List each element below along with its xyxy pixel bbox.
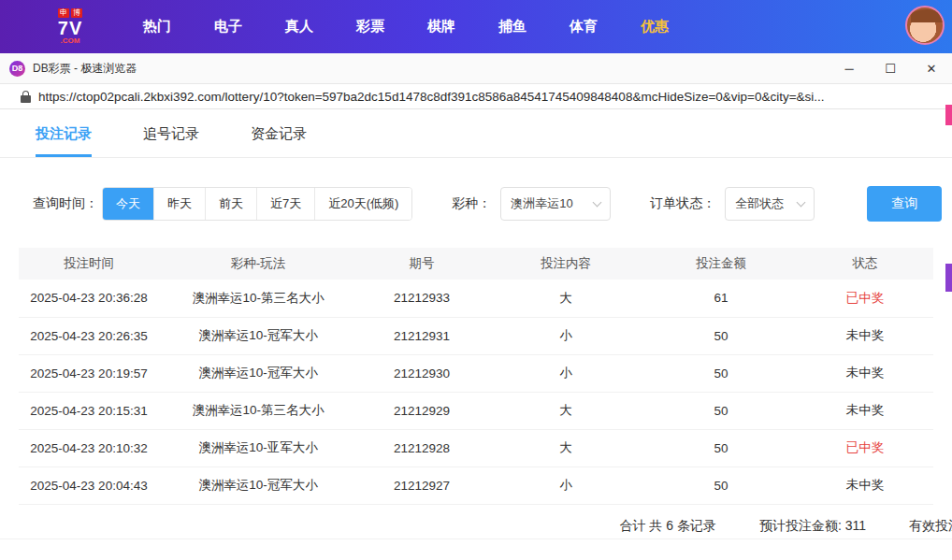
table-header-row: 投注时间 彩种-玩法 期号 投注内容 投注金额 状态 [19, 248, 933, 280]
header-bet-time: 投注时间 [19, 248, 159, 280]
time-filter-group: 今天 昨天 前天 近7天 近20天(低频) [102, 187, 412, 221]
time-option-daybefore[interactable]: 前天 [206, 188, 257, 220]
game-play-cell: 澳洲幸运10-第三名大小 [159, 392, 357, 429]
nav-item-lottery[interactable]: 彩票 [335, 8, 406, 45]
bet-amount-cell: 50 [645, 392, 797, 429]
status-cell: 未中奖 [797, 392, 933, 429]
table-row: 2025-04-23 20:26:35 澳洲幸运10-冠军大小 21212931… [19, 317, 933, 354]
game-play-cell: 澳洲幸运10-第三名大小 [159, 280, 357, 317]
game-play-cell: 澳洲幸运10-亚军大小 [159, 429, 357, 467]
table-row: 2025-04-23 20:04:43 澳洲幸运10-冠军大小 21212927… [19, 467, 933, 504]
query-button[interactable]: 查询 [867, 186, 942, 222]
table-row: 2025-04-23 20:10:32 澳洲幸运10-亚军大小 21212928… [19, 429, 933, 467]
nav-item-sports[interactable]: 体育 [548, 8, 619, 45]
status-cell: 已中奖 [797, 429, 933, 467]
summary-bar: 合计 共 6 条记录 预计投注金额: 311 有效投注金额 [0, 518, 952, 535]
bet-content-cell: 大 [486, 280, 645, 317]
lottery-select-value: 澳洲幸运10 [511, 195, 572, 212]
bet-time-cell: 2025-04-23 20:36:28 [19, 280, 159, 317]
nav-item-promo[interactable]: 优惠 [619, 8, 690, 45]
issue-cell: 21212931 [357, 317, 486, 354]
header-bet-content: 投注内容 [486, 248, 645, 280]
header-game-play: 彩种-玩法 [159, 248, 357, 280]
site-nav-items: 热门 电子 真人 彩票 棋牌 捕鱼 体育 优惠 [122, 8, 690, 45]
issue-cell: 21212933 [357, 280, 486, 317]
summary-expected-amount: 预计投注金额: 311 [759, 518, 866, 535]
issue-cell: 21212928 [357, 429, 486, 467]
bet-content-cell: 大 [486, 392, 645, 429]
site-top-nav: 申 博 7V .COM 热门 电子 真人 彩票 棋牌 捕鱼 体育 优惠 [0, 0, 952, 53]
chevron-down-icon [797, 198, 806, 208]
table-row: 2025-04-23 20:15:31 澳洲幸运10-第三名大小 2121292… [19, 392, 933, 429]
lottery-select[interactable]: 澳洲幸运10 [500, 187, 611, 221]
bet-content-cell: 大 [486, 429, 645, 467]
logo-brand: 7V [49, 19, 92, 37]
nav-item-slots[interactable]: 电子 [193, 8, 264, 45]
record-tabs: 投注记录 追号记录 资金记录 [0, 109, 952, 158]
status-cell: 未中奖 [797, 317, 933, 354]
lock-icon [21, 91, 31, 103]
status-cell: 已中奖 [797, 280, 933, 317]
issue-cell: 21212930 [357, 354, 486, 392]
user-avatar[interactable] [905, 6, 945, 45]
close-button[interactable]: ✕ [911, 53, 952, 84]
bet-content-cell: 小 [486, 317, 645, 354]
game-play-cell: 澳洲幸运10-冠军大小 [159, 317, 357, 354]
tab-fund-records[interactable]: 资金记录 [251, 109, 307, 157]
logo-tag-bo: 博 [71, 8, 82, 18]
status-filter-label: 订单状态： [650, 195, 715, 212]
bet-amount-cell: 50 [645, 467, 797, 504]
time-option-today[interactable]: 今天 [103, 188, 154, 220]
nav-item-cards[interactable]: 棋牌 [406, 8, 477, 45]
maximize-button[interactable]: ☐ [870, 53, 911, 84]
tab-bet-records[interactable]: 投注记录 [36, 109, 92, 157]
bet-time-cell: 2025-04-23 20:15:31 [19, 392, 159, 429]
nav-item-live[interactable]: 真人 [264, 8, 335, 45]
bet-time-cell: 2025-04-23 20:19:57 [19, 354, 159, 392]
logo-tag-shen: 申 [58, 8, 69, 18]
header-bet-amount: 投注金额 [645, 248, 797, 280]
logo-sub: .COM [49, 37, 92, 45]
nav-item-hot[interactable]: 热门 [122, 8, 193, 45]
game-play-cell: 澳洲幸运10-冠军大小 [159, 467, 357, 504]
bet-amount-cell: 61 [645, 280, 797, 317]
background-window-edge [945, 105, 952, 125]
status-cell: 未中奖 [797, 354, 933, 392]
bet-time-cell: 2025-04-23 20:26:35 [19, 317, 159, 354]
address-bar: https://ctop02pcali.2kbxi392.com/lottery… [0, 84, 952, 109]
bet-amount-cell: 50 [645, 429, 797, 467]
page-content: 投注记录 追号记录 资金记录 查询时间： 今天 昨天 前天 近7天 近20天(低… [0, 109, 952, 560]
time-option-7days[interactable]: 近7天 [257, 188, 315, 220]
bet-time-cell: 2025-04-23 20:04:43 [19, 467, 159, 504]
bet-content-cell: 小 [486, 467, 645, 504]
site-logo[interactable]: 申 博 7V .COM [49, 8, 92, 45]
order-status-select[interactable]: 全部状态 [725, 187, 815, 221]
time-option-20days[interactable]: 近20天(低频) [315, 188, 411, 220]
tab-chase-records[interactable]: 追号记录 [143, 109, 199, 157]
bet-amount-cell: 50 [645, 317, 797, 354]
lottery-filter-label: 彩种： [452, 195, 491, 212]
time-option-yesterday[interactable]: 昨天 [154, 188, 206, 220]
browser-app-icon: D8 [9, 61, 25, 77]
table-row: 2025-04-23 20:36:28 澳洲幸运10-第三名大小 2121293… [19, 280, 933, 317]
browser-title-bar: D8 DB彩票 - 极速浏览器 ─ ☐ ✕ [0, 53, 952, 84]
summary-total: 合计 共 6 条记录 [619, 518, 715, 535]
nav-item-fishing[interactable]: 捕鱼 [477, 8, 548, 45]
game-play-cell: 澳洲幸运10-冠军大小 [159, 354, 357, 392]
summary-valid-amount: 有效投注金额 [909, 518, 952, 535]
bet-time-cell: 2025-04-23 20:10:32 [19, 429, 159, 467]
order-status-value: 全部状态 [735, 195, 784, 212]
url-text[interactable]: https://ctop02pcali.2kbxi392.com/lottery… [38, 90, 936, 104]
window-controls: ─ ☐ ✕ [829, 53, 952, 84]
chevron-down-icon [593, 198, 602, 208]
header-issue: 期号 [357, 248, 486, 280]
issue-cell: 21212929 [357, 392, 486, 429]
issue-cell: 21212927 [357, 467, 486, 504]
status-cell: 未中奖 [797, 467, 933, 504]
header-status: 状态 [797, 248, 933, 280]
bet-records-table: 投注时间 彩种-玩法 期号 投注内容 投注金额 状态 2025-04-23 20… [19, 248, 933, 505]
window-title: DB彩票 - 极速浏览器 [33, 61, 137, 77]
bet-content-cell: 小 [486, 354, 645, 392]
minimize-button[interactable]: ─ [829, 53, 870, 84]
bottom-divider [0, 538, 952, 539]
